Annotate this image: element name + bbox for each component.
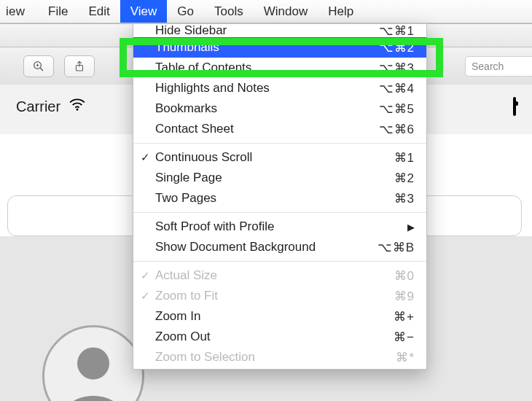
menu-file[interactable]: File bbox=[38, 0, 78, 23]
menu-item-shortcut: ⌘0 bbox=[394, 268, 415, 284]
check-icon: ✓ bbox=[141, 269, 150, 282]
menu-item-hide-sidebar[interactable]: Hide Sidebar⌥⌘1 bbox=[133, 24, 426, 37]
menu-item-table-of-contents[interactable]: Table of Contents⌥⌘3 bbox=[133, 58, 426, 78]
menu-edit[interactable]: Edit bbox=[79, 0, 120, 23]
menu-item-shortcut: ⌘3 bbox=[394, 191, 415, 206]
svg-line-1 bbox=[40, 68, 43, 71]
svg-point-7 bbox=[77, 347, 109, 379]
share-button[interactable] bbox=[64, 55, 95, 77]
menu-item-label: Single Page bbox=[155, 171, 394, 185]
menu-item-label: Show Document Background bbox=[155, 240, 378, 254]
menu-separator bbox=[133, 261, 426, 262]
menu-item-actual-size: ✓Actual Size⌘0 bbox=[133, 265, 426, 286]
person-silhouette-icon bbox=[53, 336, 133, 401]
search-input[interactable]: Search bbox=[465, 56, 532, 77]
menu-view[interactable]: View bbox=[120, 0, 168, 23]
submenu-arrow-icon: ▶ bbox=[407, 222, 415, 233]
menu-item-label: Highlights and Notes bbox=[155, 81, 379, 96]
menu-item-shortcut: ⌥⌘5 bbox=[379, 101, 415, 117]
menu-item-thumbnails[interactable]: Thumbnails⌥⌘2 bbox=[133, 37, 426, 58]
check-icon: ✓ bbox=[141, 289, 150, 303]
menu-item-shortcut: ⌥⌘1 bbox=[379, 24, 415, 37]
menu-item-label: Zoom to Fit bbox=[155, 289, 394, 303]
wifi-icon bbox=[69, 98, 85, 115]
menu-item-shortcut: ⌥⌘6 bbox=[379, 122, 415, 137]
carrier-label: Carrier bbox=[16, 98, 60, 115]
menu-item-zoom-to-fit: ✓Zoom to Fit⌘9 bbox=[133, 286, 426, 306]
menu-item-label: Bookmarks bbox=[155, 101, 379, 116]
menu-item-highlights-and-notes[interactable]: Highlights and Notes⌥⌘4 bbox=[133, 78, 426, 98]
check-icon: ✓ bbox=[141, 151, 150, 164]
magnifier-plus-icon bbox=[32, 60, 45, 73]
menu-item-label: Zoom to Selection bbox=[155, 350, 396, 365]
menu-item-show-document-background[interactable]: Show Document Background⌥⌘B bbox=[133, 237, 426, 257]
menu-item-shortcut: ⌥⌘3 bbox=[379, 61, 415, 76]
menu-tools[interactable]: Tools bbox=[204, 0, 254, 23]
menu-item-shortcut: ⌘1 bbox=[394, 150, 415, 166]
menu-item-label: Contact Sheet bbox=[155, 122, 379, 136]
menu-item-label: Thumbnails bbox=[155, 40, 379, 55]
battery-icon bbox=[513, 97, 516, 116]
menu-item-shortcut: ⌥⌘B bbox=[378, 240, 415, 255]
menu-item-continuous-scroll[interactable]: ✓Continuous Scroll⌘1 bbox=[133, 147, 426, 168]
menu-window[interactable]: Window bbox=[254, 0, 318, 23]
menu-item-shortcut: ⌥⌘2 bbox=[379, 40, 415, 55]
menu-item-shortcut: ⌘− bbox=[394, 330, 415, 345]
search-placeholder: Search bbox=[472, 61, 504, 72]
menu-item-zoom-in[interactable]: Zoom In⌘+ bbox=[133, 306, 426, 327]
menu-item-single-page[interactable]: Single Page⌘2 bbox=[133, 168, 426, 188]
menu-item-label: Two Pages bbox=[155, 191, 394, 206]
menu-item-label: Soft Proof with Profile bbox=[155, 219, 407, 234]
menu-item-label: Zoom Out bbox=[155, 330, 394, 344]
menu-separator bbox=[133, 212, 426, 213]
share-icon bbox=[73, 60, 86, 73]
menu-item-label: Table of Contents bbox=[155, 61, 379, 75]
menu-item-contact-sheet[interactable]: Contact Sheet⌥⌘6 bbox=[133, 119, 426, 139]
menu-item-two-pages[interactable]: Two Pages⌘3 bbox=[133, 188, 426, 209]
menu-item-bookmarks[interactable]: Bookmarks⌥⌘5 bbox=[133, 98, 426, 119]
menu-item-label: Actual Size bbox=[155, 268, 394, 283]
svg-point-6 bbox=[77, 108, 79, 110]
menu-item-soft-proof-with-profile[interactable]: Soft Proof with Profile▶ bbox=[133, 217, 426, 237]
menu-item-shortcut: ⌥⌘4 bbox=[379, 81, 415, 96]
menu-item-label: Hide Sidebar bbox=[155, 24, 379, 37]
menu-item-zoom-to-selection: Zoom to Selection⌘* bbox=[133, 347, 426, 367]
system-menubar: iew File Edit View Go Tools Window Help bbox=[0, 0, 532, 23]
view-menu-dropdown: Hide Sidebar⌥⌘1Thumbnails⌥⌘2Table of Con… bbox=[133, 23, 427, 370]
menu-separator bbox=[133, 143, 426, 144]
menu-help[interactable]: Help bbox=[318, 0, 364, 23]
menu-item-shortcut: ⌘2 bbox=[394, 171, 415, 186]
app-menu[interactable]: iew bbox=[0, 0, 38, 23]
menu-item-zoom-out[interactable]: Zoom Out⌘− bbox=[133, 327, 426, 347]
menu-item-shortcut: ⌘* bbox=[396, 350, 415, 365]
zoom-in-button[interactable] bbox=[23, 55, 54, 77]
menu-item-shortcut: ⌘+ bbox=[394, 309, 415, 324]
menu-item-label: Zoom In bbox=[155, 309, 394, 324]
menu-item-label: Continuous Scroll bbox=[155, 150, 394, 165]
menu-item-shortcut: ⌘9 bbox=[394, 289, 415, 304]
menu-go[interactable]: Go bbox=[167, 0, 204, 23]
